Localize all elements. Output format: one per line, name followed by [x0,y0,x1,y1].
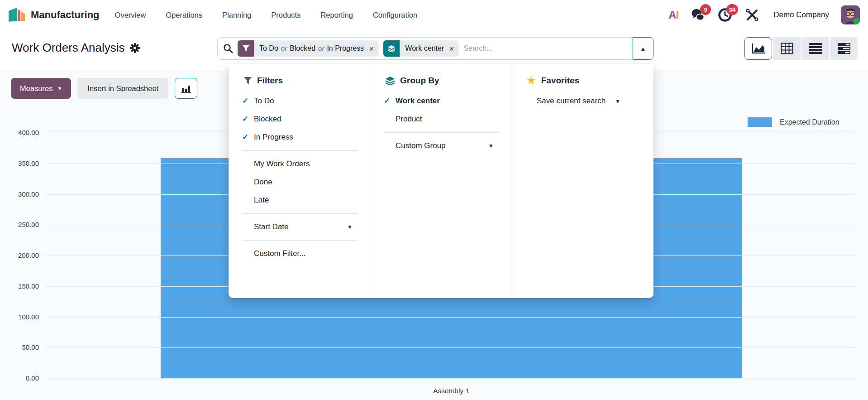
legend-label: Expected Duration [780,118,839,126]
caret-up-icon: ▲ [640,45,646,52]
filter-item-in-progress[interactable]: ✓ In Progress [241,128,359,146]
layers-icon [386,77,395,85]
filter-item-late[interactable]: Late [241,191,359,209]
star-icon: ★ [527,76,536,86]
app-name[interactable]: Manufacturing [31,9,100,21]
caret-down-icon: ▼ [615,98,620,105]
groupby-item-product[interactable]: Product [383,110,500,128]
user-avatar[interactable] [841,5,860,24]
y-axis-tick-label: 250.00 [0,221,39,229]
measures-button[interactable]: Measures ▼ [11,78,71,99]
search-options-toggle[interactable]: ▲ [633,37,653,60]
filter-icon [238,40,254,57]
list-icon [809,43,822,54]
filter-item-start-date[interactable]: Start Date ▼ [241,218,359,236]
main-menu: Overview Operations Planning Products Re… [115,11,418,19]
gridline [45,317,857,318]
filter-item-custom-filter[interactable]: Custom Filter... [241,245,359,263]
caret-down-icon: ▼ [347,224,353,230]
messages-badge: 9 [700,4,711,15]
legend-swatch [748,117,772,127]
facet-filters-label: To DoorBlockedorIn Progress [254,44,367,53]
view-pivot-button[interactable] [773,37,801,60]
facet-filters: To DoorBlockedorIn Progress × [238,40,379,57]
filter-icon [244,77,252,84]
activities-badge: 34 [726,4,738,15]
caret-down-icon: ▼ [57,86,62,91]
layers-icon [383,40,400,57]
search-options-dropdown: Filters ✓ To Do ✓ Blocked ✓ In Progress … [229,64,653,298]
filter-item-done[interactable]: Done [241,173,359,191]
ai-icon[interactable]: AI [668,9,678,21]
filter-item-blocked[interactable]: ✓ Blocked [241,110,359,128]
caret-down-icon: ▼ [488,143,494,149]
top-navbar: Manufacturing Overview Operations Planni… [0,0,868,30]
divider [242,240,358,241]
online-status-dot [854,18,860,24]
view-switcher [744,37,858,60]
activities-button[interactable]: 34 [717,7,733,23]
y-axis-tick-label: 0.00 [0,374,39,382]
favorites-column: ★ Favorites Save current search ▼ [511,64,653,298]
check-icon: ✓ [242,96,248,106]
kanban-icon [838,43,850,54]
filters-heading: Filters [244,76,359,86]
filter-item-my-work-orders[interactable]: My Work Orders [241,155,359,173]
y-axis-tick-label: 150.00 [0,282,39,290]
company-switcher[interactable]: Demo Company [773,10,829,19]
remove-filters-facet-button[interactable]: × [367,44,379,53]
y-axis-tick-label: 400.00 [0,129,39,137]
y-axis-tick-label: 50.00 [0,343,39,352]
facet-groupby-label: Work center [400,44,448,53]
debug-tools-button[interactable] [744,7,760,23]
filter-item-todo[interactable]: ✓ To Do [241,92,359,110]
divider [242,213,358,214]
legend-item[interactable]: Expected Duration [748,117,839,127]
bar-chart-type-button[interactable] [175,78,197,99]
chart-toolbar: Measures ▼ Insert in Spreadsheet [11,78,197,99]
search-icon [223,43,233,53]
gridline [45,378,857,379]
remove-groupby-facet-button[interactable]: × [448,44,459,53]
menu-products[interactable]: Products [271,11,300,19]
gear-icon[interactable] [130,43,140,53]
groupby-column: Group By ✓ Work center Product Custom Gr… [370,64,511,298]
pivot-table-icon [781,43,793,54]
filters-column: Filters ✓ To Do ✓ Blocked ✓ In Progress … [229,64,370,298]
y-axis-tick-label: 100.00 [0,313,39,321]
x-axis-category-label: Assembly 1 [433,387,469,395]
facet-groupby: Work center × [383,40,459,57]
tools-icon [746,9,758,21]
menu-planning[interactable]: Planning [222,11,251,19]
page: Manufacturing Overview Operations Planni… [0,0,868,400]
search-input[interactable] [463,44,632,53]
divider [242,150,358,151]
menu-configuration[interactable]: Configuration [373,11,417,19]
menu-operations[interactable]: Operations [166,11,202,19]
favorites-heading: ★ Favorites [527,76,643,86]
groupby-heading: Group By [386,76,500,86]
menu-overview[interactable]: Overview [115,11,146,19]
view-kanban-button[interactable] [830,37,858,60]
groupby-item-work-center[interactable]: ✓ Work center [383,92,500,110]
favorites-item-save-current-search[interactable]: Save current search ▼ [524,92,643,110]
groupby-item-custom-group[interactable]: Custom Group ▼ [383,137,500,155]
check-icon: ✓ [242,114,248,124]
divider [384,132,499,133]
area-chart-icon [752,43,765,54]
menu-reporting[interactable]: Reporting [320,11,353,19]
y-axis-tick-label: 200.00 [0,251,39,260]
search-bar: To DoorBlockedorIn Progress × Work cente… [217,37,633,60]
messages-button[interactable]: 9 [690,7,706,23]
check-icon: ✓ [384,96,390,106]
manufacturing-app-icon[interactable] [7,7,25,23]
gridline [45,347,857,348]
page-title: Work Orders Analysis [12,41,124,55]
y-axis-tick-label: 350.00 [0,159,39,168]
check-icon: ✓ [242,132,248,142]
bar-chart-icon [181,83,191,93]
insert-in-spreadsheet-button[interactable]: Insert in Spreadsheet [77,78,168,99]
y-axis-tick-label: 300.00 [0,190,39,198]
view-graph-button[interactable] [744,37,772,60]
view-list-button[interactable] [801,37,829,60]
